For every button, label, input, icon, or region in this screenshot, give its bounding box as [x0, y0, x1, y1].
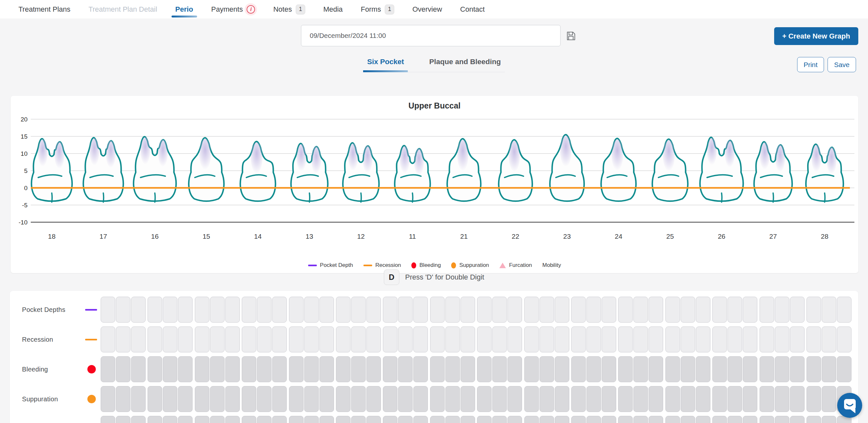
entry-cell[interactable]: [492, 297, 507, 322]
entry-cell[interactable]: [775, 356, 789, 382]
entry-cell[interactable]: [178, 386, 192, 412]
entry-cell[interactable]: [807, 356, 821, 382]
entry-cell[interactable]: [555, 327, 569, 352]
entry-cell[interactable]: [586, 386, 601, 412]
entry-cell[interactable]: [837, 327, 851, 352]
nav-item-payments[interactable]: Paymentsi: [211, 0, 255, 19]
entry-cell[interactable]: [289, 356, 304, 382]
entry-cell[interactable]: [101, 386, 115, 412]
entry-cell[interactable]: [101, 356, 115, 382]
entry-cell[interactable]: [477, 386, 492, 412]
entry-cell[interactable]: [398, 356, 413, 382]
entry-cell[interactable]: [351, 297, 366, 322]
entry-cell[interactable]: [257, 327, 272, 352]
entry-cell[interactable]: [712, 297, 727, 322]
entry-cell[interactable]: [681, 386, 695, 412]
entry-cell[interactable]: [492, 416, 507, 423]
entry-cell[interactable]: [555, 416, 569, 423]
entry-cell[interactable]: [696, 327, 710, 352]
entry-cell[interactable]: [163, 356, 177, 382]
entry-cell[interactable]: [696, 416, 710, 423]
chart-date-input[interactable]: [301, 25, 561, 46]
entry-cell[interactable]: [633, 386, 648, 412]
entry-cell[interactable]: [430, 386, 445, 412]
entry-cell[interactable]: [555, 297, 569, 322]
entry-cell[interactable]: [807, 297, 821, 322]
entry-cell[interactable]: [807, 327, 821, 352]
entry-cell[interactable]: [445, 386, 460, 412]
entry-cell[interactable]: [507, 297, 522, 322]
entry-cell[interactable]: [242, 386, 256, 412]
entry-cell[interactable]: [289, 327, 304, 352]
tab-six-pocket[interactable]: Six Pocket: [363, 54, 408, 72]
entry-cell[interactable]: [539, 297, 554, 322]
entry-cell[interactable]: [775, 297, 789, 322]
entry-cell[interactable]: [633, 327, 648, 352]
entry-cell[interactable]: [727, 416, 742, 423]
nav-item-treatment-plans[interactable]: Treatment Plans: [19, 0, 70, 19]
entry-cell[interactable]: [571, 297, 586, 322]
entry-cell[interactable]: [131, 416, 146, 423]
entry-cell[interactable]: [116, 386, 130, 412]
entry-cell[interactable]: [822, 297, 836, 322]
entry-cell[interactable]: [272, 386, 287, 412]
entry-cell[interactable]: [116, 327, 130, 352]
entry-cell[interactable]: [665, 327, 680, 352]
entry-cell[interactable]: [712, 416, 727, 423]
entry-cell[interactable]: [398, 416, 413, 423]
entry-cell[interactable]: [760, 386, 774, 412]
entry-cell[interactable]: [524, 416, 539, 423]
entry-cell[interactable]: [775, 416, 789, 423]
entry-cell[interactable]: [524, 356, 539, 382]
entry-cell[interactable]: [790, 356, 805, 382]
entry-cell[interactable]: [210, 297, 225, 322]
entry-cell[interactable]: [727, 327, 742, 352]
entry-cell[interactable]: [116, 356, 130, 382]
entry-cell[interactable]: [649, 416, 663, 423]
entry-cell[interactable]: [195, 297, 209, 322]
entry-cell[interactable]: [319, 416, 334, 423]
nav-item-media[interactable]: Media: [323, 0, 343, 19]
entry-cell[interactable]: [712, 356, 727, 382]
entry-cell[interactable]: [195, 386, 209, 412]
entry-cell[interactable]: [618, 327, 633, 352]
entry-cell[interactable]: [336, 386, 350, 412]
entry-cell[interactable]: [665, 297, 680, 322]
entry-cell[interactable]: [304, 327, 319, 352]
entry-cell[interactable]: [272, 327, 287, 352]
entry-cell[interactable]: [760, 416, 774, 423]
entry-cell[interactable]: [571, 356, 586, 382]
entry-cell[interactable]: [195, 416, 209, 423]
entry-cell[interactable]: [304, 297, 319, 322]
entry-cell[interactable]: [210, 327, 225, 352]
entry-cell[interactable]: [178, 356, 192, 382]
entry-cell[interactable]: [272, 416, 287, 423]
entry-cell[interactable]: [461, 356, 475, 382]
nav-item-overview[interactable]: Overview: [412, 0, 442, 19]
entry-cell[interactable]: [366, 416, 381, 423]
entry-cell[interactable]: [304, 416, 319, 423]
entry-cell[interactable]: [398, 327, 413, 352]
entry-cell[interactable]: [336, 297, 350, 322]
upper-buccal-chart[interactable]: 20151050-5-10181716151413121121222324252…: [11, 96, 858, 273]
entry-cell[interactable]: [383, 297, 397, 322]
entry-cell[interactable]: [242, 297, 256, 322]
entry-cell[interactable]: [524, 386, 539, 412]
entry-cell[interactable]: [413, 386, 428, 412]
entry-cell[interactable]: [148, 386, 162, 412]
entry-cell[interactable]: [712, 327, 727, 352]
entry-cell[interactable]: [492, 356, 507, 382]
entry-cell[interactable]: [649, 297, 663, 322]
entry-cell[interactable]: [210, 416, 225, 423]
entry-cell[interactable]: [304, 356, 319, 382]
entry-cell[interactable]: [727, 297, 742, 322]
entry-cell[interactable]: [210, 386, 225, 412]
entry-cell[interactable]: [602, 356, 616, 382]
entry-cell[interactable]: [257, 356, 272, 382]
entry-cell[interactable]: [743, 386, 757, 412]
entry-cell[interactable]: [383, 386, 397, 412]
entry-cell[interactable]: [366, 386, 381, 412]
entry-cell[interactable]: [649, 327, 663, 352]
entry-cell[interactable]: [727, 386, 742, 412]
save-button[interactable]: Save: [828, 57, 856, 72]
